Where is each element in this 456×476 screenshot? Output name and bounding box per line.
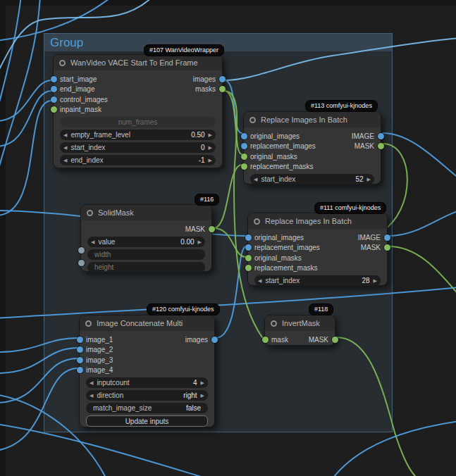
output-slot-image[interactable] — [378, 133, 384, 139]
node-title-bar[interactable]: Image Concatenate Multi — [80, 315, 214, 331]
node-title-bar[interactable]: WanVideo VACE Start To End Frame — [54, 55, 222, 70]
input-label: image_2 — [86, 346, 113, 353]
wire-link — [389, 211, 456, 236]
output-label: MASK — [355, 142, 374, 150]
node-collapse-dot-icon[interactable] — [254, 218, 260, 225]
update-inputs-button[interactable]: Update inputs — [86, 415, 208, 427]
input-slot-width[interactable] — [78, 247, 85, 253]
output-slot-images[interactable] — [211, 337, 218, 343]
output-slot-mask[interactable] — [332, 337, 338, 343]
increment-arrow-icon[interactable] — [367, 177, 371, 182]
node-collapse-dot-icon[interactable] — [85, 320, 92, 327]
input-slot-inpaint_mask[interactable] — [51, 106, 57, 113]
wire-link — [0, 101, 51, 215]
input-slot-mask[interactable] — [262, 337, 269, 343]
slot-row: end_image masks — [54, 84, 222, 95]
widget-direction[interactable]: direction right — [86, 390, 208, 401]
wire-link — [0, 338, 78, 352]
input-slot-start_image[interactable] — [51, 76, 57, 82]
increment-arrow-icon[interactable] — [209, 158, 212, 163]
widget-inputcount[interactable]: inputcount 4 — [86, 377, 208, 388]
node-title: Replace Images In Batch — [265, 217, 352, 225]
slot-row: image_2 — [80, 345, 214, 356]
input-label: original_masks — [250, 153, 297, 161]
input-label: image_1 — [86, 336, 113, 344]
decrement-arrow-icon[interactable] — [63, 158, 67, 163]
output-label: images — [185, 336, 208, 344]
input-slot-image_1[interactable] — [77, 337, 83, 343]
slot-row: original_images IMAGE — [248, 232, 387, 243]
node-replace-images-in-batch-113[interactable]: Replace Images In Batch original_images … — [243, 111, 381, 184]
decrement-arrow-icon[interactable] — [91, 239, 94, 244]
input-slot-original_masks[interactable] — [245, 255, 252, 261]
node-collapse-dot-icon[interactable] — [87, 210, 93, 216]
widget-start-index[interactable]: start_index 0 — [60, 142, 216, 153]
input-slot-replacement_masks[interactable] — [241, 163, 247, 170]
widget-value[interactable]: value 0.00 — [87, 237, 205, 247]
widget-match-image-size[interactable]: match_image_size false — [86, 403, 208, 413]
wire-link — [214, 228, 246, 257]
input-slot-replacement_masks[interactable] — [245, 265, 252, 271]
input-label: end_image — [60, 85, 94, 93]
node-wanvideo-vace-start-to-end-frame[interactable]: WanVideo VACE Start To End Frame start_i… — [53, 54, 223, 168]
node-collapse-dot-icon[interactable] — [271, 320, 277, 327]
input-slot-replacement_images[interactable] — [245, 244, 252, 251]
decrement-arrow-icon[interactable] — [63, 145, 67, 150]
slot-row: original_masks — [244, 151, 381, 162]
wire-link — [0, 80, 51, 121]
output-slot-mask[interactable] — [378, 143, 384, 149]
node-replace-images-in-batch-111[interactable]: Replace Images In Batch original_images … — [247, 213, 388, 286]
node-title: WanVideo VACE Start To End Frame — [70, 58, 198, 67]
wire-link — [383, 133, 456, 179]
wire-link — [0, 0, 21, 116]
decrement-arrow-icon[interactable] — [90, 380, 93, 385]
decrement-arrow-icon[interactable] — [254, 177, 257, 182]
node-title-bar[interactable]: Replace Images In Batch — [248, 213, 387, 229]
input-slot-height[interactable] — [78, 260, 85, 266]
decrement-arrow-icon[interactable] — [90, 393, 93, 398]
input-label: replacement_masks — [254, 264, 317, 272]
wire-link — [336, 337, 423, 476]
node-graph-canvas[interactable]: Group #107 WanVideoWrapper #113 co — [0, 0, 456, 476]
widget-end-index[interactable]: end_index -1 — [60, 155, 216, 165]
output-slot-masks[interactable] — [219, 86, 226, 92]
node-title-bar[interactable]: SolidMask — [81, 205, 211, 220]
input-label: replacement_images — [254, 244, 320, 251]
input-slot-original_masks[interactable] — [241, 154, 247, 160]
increment-arrow-icon[interactable] — [201, 380, 204, 385]
node-title-bar[interactable]: Replace Images In Batch — [244, 112, 381, 127]
output-slot-mask[interactable] — [209, 226, 215, 232]
input-label: original_images — [250, 132, 300, 140]
node-image-concatenate-multi[interactable]: Image Concatenate Multi image_1 images i… — [79, 315, 215, 427]
slot-row: image_4 — [80, 365, 214, 376]
increment-arrow-icon[interactable] — [201, 393, 204, 398]
input-slot-image_4[interactable] — [77, 367, 83, 373]
input-label: image_4 — [86, 366, 113, 374]
widget-start-index[interactable]: start_index 28 — [254, 275, 381, 286]
increment-arrow-icon[interactable] — [209, 145, 212, 150]
increment-arrow-icon[interactable] — [374, 278, 377, 283]
node-collapse-dot-icon[interactable] — [249, 117, 256, 123]
input-slot-original_images[interactable] — [245, 234, 252, 241]
widget-start-index[interactable]: start_index 52 — [250, 174, 374, 184]
output-slot-images[interactable] — [219, 76, 226, 82]
slot-row: mask MASK — [265, 334, 335, 345]
input-slot-replacement_images[interactable] — [241, 143, 247, 149]
output-slot-image[interactable] — [384, 234, 390, 241]
increment-arrow-icon[interactable] — [209, 132, 212, 137]
input-slot-image_2[interactable] — [77, 346, 83, 353]
slot-row: image_3 — [80, 355, 214, 365]
input-slot-control_images[interactable] — [51, 96, 57, 103]
input-slot-image_3[interactable] — [77, 357, 83, 363]
node-invertmask[interactable]: InvertMask mask MASK — [264, 315, 335, 346]
widget-empty-frame-level[interactable]: empty_frame_level 0.50 — [60, 130, 216, 140]
increment-arrow-icon[interactable] — [198, 239, 202, 244]
node-collapse-dot-icon[interactable] — [59, 60, 66, 66]
node-title-bar[interactable]: InvertMask — [265, 315, 335, 331]
input-slot-end_image[interactable] — [51, 86, 57, 92]
decrement-arrow-icon[interactable] — [258, 278, 261, 283]
node-solidmask[interactable]: SolidMask MASK value 0.00 width height — [80, 204, 212, 272]
output-slot-mask[interactable] — [384, 244, 390, 251]
input-slot-original_images[interactable] — [241, 133, 247, 139]
decrement-arrow-icon[interactable] — [63, 132, 67, 137]
